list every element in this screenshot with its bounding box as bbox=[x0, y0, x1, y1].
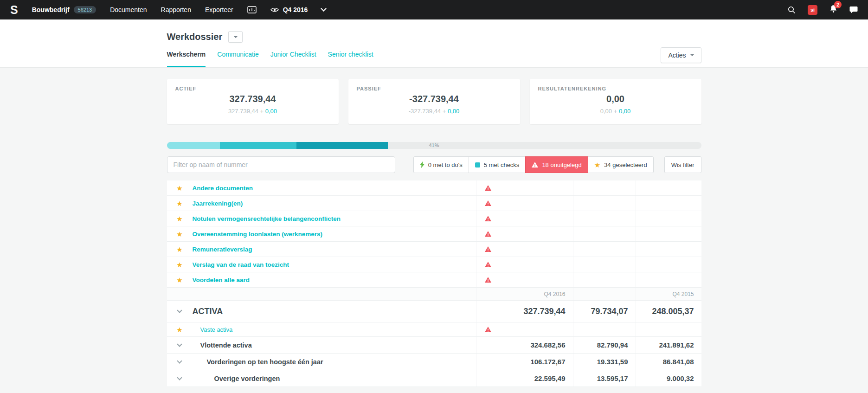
document-link[interactable]: Jaarrekening(en) bbox=[193, 200, 243, 207]
card-subtitle: 0,00 + 0,00 bbox=[538, 108, 693, 115]
tab-werkscherm[interactable]: Werkscherm bbox=[167, 51, 206, 67]
card-delta: 0,00 bbox=[619, 108, 630, 115]
progress-bar: 41% bbox=[167, 142, 701, 149]
statement-row-vorderingen[interactable]: Vorderingen op ten hoogste één jaar 106.… bbox=[167, 354, 701, 370]
expand-chevron-icon[interactable] bbox=[177, 308, 182, 313]
amount-cell bbox=[573, 180, 636, 195]
statement-row-overige-vorderingen[interactable]: Overige vorderingen 22.595,49 13.595,17 … bbox=[167, 370, 701, 387]
acties-button[interactable]: Acties bbox=[661, 47, 701, 63]
nav-item-exporteer[interactable]: Exporteer bbox=[205, 6, 233, 13]
period-header-row: Q4 2016 Q4 2015 bbox=[167, 288, 701, 301]
app-logo[interactable]: S bbox=[10, 4, 18, 16]
page-title: Werkdossier bbox=[167, 32, 223, 42]
card-value: 0,00 bbox=[538, 94, 693, 104]
amount-cell: 324.682,56 bbox=[476, 337, 573, 353]
company-selector[interactable]: Bouwbedrijf 56213 bbox=[32, 6, 96, 13]
document-row[interactable]: ★ Jaarrekening(en) bbox=[167, 196, 701, 211]
amount-cell bbox=[636, 180, 701, 195]
amount-cell: 82.790,94 bbox=[573, 337, 636, 353]
document-link[interactable]: Voordelen alle aard bbox=[193, 277, 250, 283]
amount-cell bbox=[636, 257, 701, 272]
insights-icon[interactable] bbox=[247, 6, 257, 13]
card-title: PASSIEF bbox=[357, 86, 512, 91]
document-row[interactable]: ★ Voordelen alle aard bbox=[167, 272, 701, 288]
filter-checks-button[interactable]: 5 met checks bbox=[469, 156, 526, 173]
document-link[interactable]: Verslag van de raad van toezicht bbox=[193, 261, 289, 268]
document-link[interactable]: Andere documenten bbox=[193, 185, 253, 192]
statement-row-activa[interactable]: ACTIVA 327.739,44 79.734,07 248.005,37 bbox=[167, 301, 701, 322]
amount-cell bbox=[636, 272, 701, 287]
star-icon[interactable]: ★ bbox=[176, 185, 182, 192]
account-link[interactable]: Vaste activa bbox=[200, 326, 233, 333]
filter-selected-label: 34 geselecteerd bbox=[604, 161, 647, 168]
warning-triangle-icon bbox=[485, 200, 491, 206]
document-link[interactable]: Overeenstemming loonlasten (werknemers) bbox=[193, 231, 323, 238]
star-icon[interactable]: ★ bbox=[176, 215, 182, 222]
amount-cell bbox=[573, 242, 636, 257]
tab-junior-checklist[interactable]: Junior Checklist bbox=[270, 51, 316, 67]
warning-triangle-icon bbox=[485, 216, 491, 221]
document-link[interactable]: Notulen vermogensrechtelijke belangencon… bbox=[193, 215, 341, 222]
amount-cell bbox=[573, 226, 636, 241]
star-icon[interactable]: ★ bbox=[176, 200, 182, 207]
row-name: ACTIVA bbox=[193, 307, 223, 316]
amount-cell: 13.595,17 bbox=[573, 370, 636, 387]
warning-triangle-icon bbox=[485, 231, 491, 237]
summary-card-resultatenrekening[interactable]: RESULTATENREKENING 0,00 0,00 + 0,00 bbox=[530, 79, 701, 124]
document-row[interactable]: ★ Verslag van de raad van toezicht bbox=[167, 257, 701, 272]
top-navbar: S Bouwbedrijf 56213 Documenten Rapporten… bbox=[0, 0, 868, 19]
amount-cell: 86.841,08 bbox=[636, 354, 701, 370]
row-name: Overige vorderingen bbox=[214, 375, 280, 382]
period-selector[interactable]: Q4 2016 bbox=[270, 6, 308, 13]
nav-chevron-down-icon[interactable] bbox=[321, 6, 327, 12]
document-row[interactable]: ★ Overeenstemming loonlasten (werknemers… bbox=[167, 226, 701, 242]
chat-icon[interactable] bbox=[849, 6, 858, 14]
summary-card-actief[interactable]: ACTIEF 327.739,44 327.739,44 + 0,00 bbox=[167, 79, 339, 124]
document-row[interactable]: ★ Andere documenten bbox=[167, 180, 701, 196]
acties-label: Acties bbox=[668, 52, 686, 59]
filter-unexplained-button[interactable]: 18 onuitgelegd bbox=[525, 156, 588, 173]
notifications-bell-icon[interactable]: 2 bbox=[829, 5, 837, 15]
star-icon[interactable]: ★ bbox=[176, 326, 182, 333]
document-row[interactable]: ★ Notulen vermogensrechtelijke belangenc… bbox=[167, 211, 701, 226]
filter-todos-button[interactable]: 0 met to do's bbox=[413, 156, 469, 173]
expand-chevron-icon[interactable] bbox=[177, 358, 182, 363]
document-row[interactable]: ★ Remuneratieverslag bbox=[167, 242, 701, 257]
nav-item-documenten[interactable]: Documenten bbox=[110, 6, 147, 13]
nav-item-rapporten[interactable]: Rapporten bbox=[161, 6, 191, 13]
card-subtitle: 327.739,44 + 0,00 bbox=[175, 108, 330, 115]
tab-communicatie[interactable]: Communicatie bbox=[217, 51, 258, 67]
title-dropdown-button[interactable] bbox=[228, 31, 243, 43]
filter-input[interactable] bbox=[167, 156, 395, 173]
sync-app-icon[interactable]: si bbox=[808, 5, 817, 15]
amount-cell bbox=[636, 242, 701, 257]
progress-percent-label: 41% bbox=[167, 142, 701, 149]
warning-triangle-icon bbox=[485, 246, 491, 252]
amount-cell bbox=[573, 211, 636, 226]
expand-chevron-icon[interactable] bbox=[177, 375, 182, 380]
warning-triangle-icon bbox=[485, 327, 491, 332]
star-icon[interactable]: ★ bbox=[176, 261, 182, 268]
filter-button-group: 0 met to do's 5 met checks 18 onuitgeleg… bbox=[413, 156, 654, 173]
lightning-icon bbox=[420, 161, 424, 168]
search-icon[interactable] bbox=[788, 6, 796, 14]
tab-senior-checklist[interactable]: Senior checklist bbox=[328, 51, 373, 67]
star-icon[interactable]: ★ bbox=[176, 231, 182, 238]
statement-row-vaste-activa[interactable]: ★ Vaste activa bbox=[167, 322, 701, 337]
document-link[interactable]: Remuneratieverslag bbox=[193, 246, 252, 253]
caret-down-icon bbox=[234, 36, 238, 38]
warning-triangle-icon bbox=[485, 185, 491, 191]
filter-row: 0 met to do's 5 met checks 18 onuitgeleg… bbox=[167, 156, 701, 173]
statement-row-vlottende-activa[interactable]: Vlottende activa 324.682,56 82.790,94 24… bbox=[167, 337, 701, 354]
star-icon[interactable]: ★ bbox=[176, 277, 182, 283]
star-icon[interactable]: ★ bbox=[176, 246, 182, 253]
summary-card-passief[interactable]: PASSIEF -327.739,44 -327.739,44 + 0,00 bbox=[348, 79, 520, 124]
filter-selected-button[interactable]: ★ 34 geselecteerd bbox=[588, 156, 654, 173]
summary-cards: ACTIEF 327.739,44 327.739,44 + 0,00 PASS… bbox=[167, 79, 701, 124]
card-value: -327.739,44 bbox=[357, 94, 512, 104]
clear-filter-button[interactable]: Wis filter bbox=[664, 156, 701, 173]
column-header-q4-2015: Q4 2015 bbox=[672, 291, 694, 297]
expand-chevron-icon[interactable] bbox=[177, 341, 182, 347]
company-id-badge: 56213 bbox=[74, 6, 96, 13]
row-name: Vlottende activa bbox=[200, 341, 252, 349]
